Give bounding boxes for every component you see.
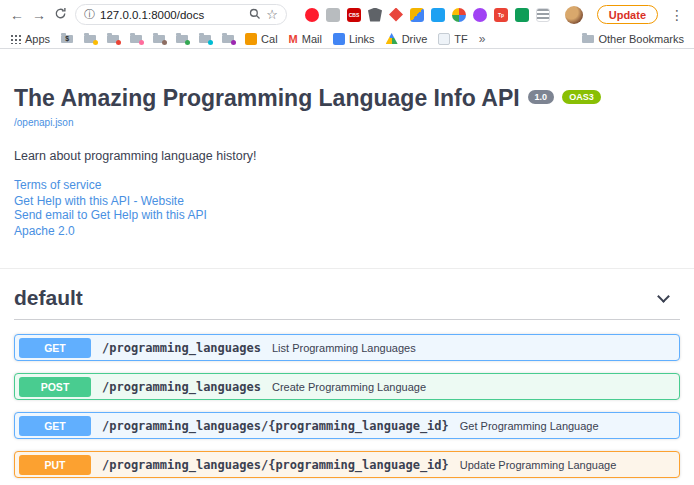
search-icon[interactable] xyxy=(249,6,261,24)
folder-icon: $ xyxy=(61,35,73,43)
swagger-ui: The Amazing Programming Language Info AP… xyxy=(0,86,694,485)
folder-dot xyxy=(93,40,98,45)
endpoint-path: /programming_languages xyxy=(102,341,261,355)
bookmark-links[interactable]: Links xyxy=(333,33,375,45)
endpoint-summary: Update Programming Language xyxy=(460,459,617,471)
bookmark-label: Drive xyxy=(402,33,428,45)
license-link[interactable]: Apache 2.0 xyxy=(14,224,680,238)
extension-icon-green[interactable] xyxy=(515,8,529,22)
folder-icon xyxy=(176,35,188,43)
drive-icon xyxy=(386,33,398,44)
folder-icon xyxy=(199,35,211,43)
openapi-json-link[interactable]: /openapi.json xyxy=(14,117,74,128)
refresh-icon[interactable] xyxy=(54,7,67,22)
profile-avatar[interactable] xyxy=(565,6,583,24)
folder-dot xyxy=(231,40,236,45)
bookmarks-overflow-icon[interactable]: » xyxy=(479,32,486,46)
page-title: The Amazing Programming Language Info AP… xyxy=(14,86,520,111)
extension-icon-blue[interactable] xyxy=(431,8,445,22)
extension-icon-list[interactable] xyxy=(536,8,550,22)
contact-website-link[interactable]: Get Help with this API - Website xyxy=(14,194,680,208)
folder-dot xyxy=(162,40,167,45)
bookmark-drive[interactable]: Drive xyxy=(386,33,428,45)
api-description: Learn about programming language history… xyxy=(14,149,680,163)
gmail-icon: M xyxy=(289,33,298,45)
endpoint-row-get-language[interactable]: GET /programming_languages/{programming_… xyxy=(14,412,680,439)
bookmark-label: Mail xyxy=(302,33,322,45)
version-badge: 1.0 xyxy=(528,90,555,104)
endpoint-list: GET /programming_languages List Programm… xyxy=(14,334,680,485)
folder-dot xyxy=(208,40,213,45)
extension-icon-flower[interactable] xyxy=(473,8,487,22)
endpoint-row-update-language[interactable]: PUT /programming_languages/{programming_… xyxy=(14,451,680,478)
url-input[interactable] xyxy=(100,9,244,21)
endpoint-summary: Create Programming Language xyxy=(272,381,426,393)
endpoint-path: /programming_languages/{programming_lang… xyxy=(102,419,449,433)
chevron-down-icon[interactable] xyxy=(657,290,670,303)
bookmark-mail[interactable]: M Mail xyxy=(289,33,322,45)
bookmark-folder-dollar[interactable]: $ xyxy=(61,35,73,43)
bookmarks-bar: Apps $ Cal M Mail Links Drive TF » Other… xyxy=(0,29,694,49)
bookmark-label: Apps xyxy=(25,33,50,45)
folder-dot xyxy=(116,40,121,45)
bookmark-folder-8[interactable] xyxy=(222,35,234,43)
address-bar[interactable]: ⓘ ☆ xyxy=(75,4,287,25)
update-button[interactable]: Update xyxy=(597,5,658,24)
folder-icon xyxy=(582,35,594,43)
bookmark-folder-5[interactable] xyxy=(153,35,165,43)
endpoint-path: /programming_languages xyxy=(102,380,261,394)
extensions-area: CBS Tp xyxy=(305,6,583,24)
dollar-glyph: $ xyxy=(61,35,73,43)
bookmark-folder-3[interactable] xyxy=(107,35,119,43)
extension-icon-diamond[interactable] xyxy=(389,8,403,22)
back-icon[interactable]: ← xyxy=(10,8,24,22)
folder-dot xyxy=(139,40,144,45)
extension-icon-gray[interactable] xyxy=(326,8,340,22)
forward-icon[interactable]: → xyxy=(32,8,46,22)
info-links: Terms of service Get Help with this API … xyxy=(14,178,680,238)
browser-toolbar: ← → ⓘ ☆ CBS Tp Update ⋮ xyxy=(0,0,694,29)
extension-icon-cbs[interactable]: CBS xyxy=(347,8,361,22)
other-bookmarks[interactable]: Other Bookmarks xyxy=(582,33,684,45)
folder-icon xyxy=(222,35,234,43)
bookmark-apps[interactable]: Apps xyxy=(10,33,50,45)
terms-of-service-link[interactable]: Terms of service xyxy=(14,178,680,192)
bookmark-folder-4[interactable] xyxy=(130,35,142,43)
bookmark-label: Links xyxy=(349,33,375,45)
bookmark-folder-7[interactable] xyxy=(199,35,211,43)
endpoint-path: /programming_languages/{programming_lang… xyxy=(102,458,449,472)
bookmark-label: TF xyxy=(454,33,467,45)
tf-icon xyxy=(438,33,450,45)
bookmark-cal[interactable]: Cal xyxy=(245,33,278,45)
info-divider xyxy=(0,268,694,269)
browser-menu-icon[interactable]: ⋮ xyxy=(670,8,684,22)
tag-section-title: default xyxy=(14,286,83,310)
endpoint-summary: Get Programming Language xyxy=(460,420,599,432)
endpoint-row-list-languages[interactable]: GET /programming_languages List Programm… xyxy=(14,334,680,361)
contact-email-link[interactable]: Send email to Get Help with this API xyxy=(14,208,680,222)
endpoint-row-create-language[interactable]: POST /programming_languages Create Progr… xyxy=(14,373,680,400)
calendar-icon xyxy=(245,33,257,45)
bookmark-star-icon[interactable]: ☆ xyxy=(266,7,278,22)
bookmark-label: Cal xyxy=(261,33,278,45)
bookmark-folder-2[interactable] xyxy=(84,35,96,43)
apps-grid-icon xyxy=(10,33,21,44)
tag-section-header[interactable]: default xyxy=(14,277,680,320)
folder-icon xyxy=(107,35,119,43)
bookmark-folder-6[interactable] xyxy=(176,35,188,43)
extension-icon-pinwheel[interactable] xyxy=(452,8,466,22)
bookmark-tf[interactable]: TF xyxy=(438,33,467,45)
extension-icon-tp[interactable]: Tp xyxy=(494,8,508,22)
oas3-badge: OAS3 xyxy=(562,90,601,104)
folder-icon xyxy=(153,35,165,43)
folder-dot xyxy=(185,40,190,45)
api-title-row: The Amazing Programming Language Info AP… xyxy=(14,86,680,111)
site-info-icon[interactable]: ⓘ xyxy=(84,7,95,22)
links-icon xyxy=(333,33,345,45)
method-badge: POST xyxy=(19,377,91,397)
folder-icon xyxy=(130,35,142,43)
method-badge: PUT xyxy=(19,455,91,475)
extension-icon-pen[interactable] xyxy=(410,8,424,22)
extension-icon-circle-red[interactable] xyxy=(305,8,319,22)
extension-icon-shield[interactable] xyxy=(368,8,382,22)
